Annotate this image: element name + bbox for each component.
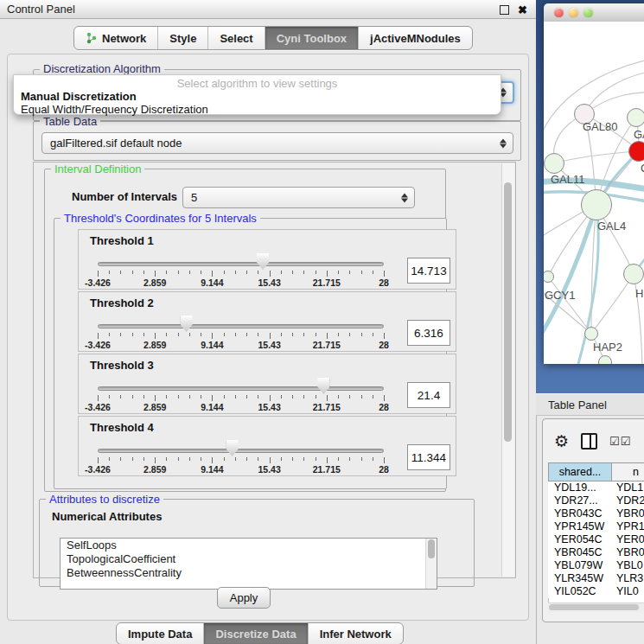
list-vertical-scrollbar[interactable]	[425, 539, 437, 589]
table-data-combobox[interactable]: galFiltered.sif default node	[41, 132, 513, 154]
shared-name-cell: YLR345W	[548, 572, 611, 585]
column-header-shared-name[interactable]: shared...	[548, 462, 612, 481]
column-header-name[interactable]: n	[611, 462, 644, 481]
table-row[interactable]: YLR345WYLR3	[548, 572, 644, 585]
scale-tick-label: 15.43	[258, 277, 280, 288]
columns-icon[interactable]	[581, 433, 597, 450]
threshold-slider-track[interactable]	[98, 262, 384, 266]
tab-impute-data[interactable]: Impute Data	[117, 623, 204, 644]
algorithm-option-manual[interactable]: Manual Discretization	[14, 90, 501, 103]
table-panel-title: Table Panel	[548, 399, 607, 411]
minimize-traffic-light-icon[interactable]	[569, 8, 578, 17]
shared-name-cell: YBL079W	[548, 559, 611, 572]
threshold-slider-thumb[interactable]	[257, 253, 269, 270]
apply-button[interactable]: Apply	[217, 587, 271, 609]
name-cell: YDL1	[611, 481, 644, 494]
settings-scrollview: Interval Definition Number of Intervals …	[33, 162, 516, 578]
table-row[interactable]: YDL19...YDL1	[548, 481, 644, 494]
attribute-list-item[interactable]: TopologicalCoefficient	[61, 552, 437, 566]
algorithm-dropdown-popup: Select algorithm to view settings Manual…	[13, 74, 501, 115]
network-node-h[interactable]	[623, 264, 644, 284]
tab-style[interactable]: Style	[158, 27, 208, 49]
table-row[interactable]: YBR045CYBR0	[548, 546, 644, 559]
numerical-attributes-list[interactable]: SelfLoopsTopologicalCoefficientBetweenne…	[60, 538, 437, 590]
numerical-attributes-label: Numerical Attributes	[52, 510, 162, 523]
network-node-ga[interactable]	[627, 108, 644, 127]
control-panel-titlebar: Control Panel ✖	[0, 0, 536, 19]
number-of-intervals-combobox[interactable]: 5	[182, 187, 415, 208]
threshold-panel-1: Threshold 1-3.4262.8599.14415.4321.71528…	[78, 229, 456, 290]
network-node-gal11[interactable]	[544, 153, 564, 174]
table-row[interactable]: YBL079WYBL0	[548, 559, 644, 572]
scrollbar-thumb[interactable]	[428, 539, 435, 558]
attribute-list-item[interactable]: SelfLoops	[61, 539, 437, 552]
network-node[interactable]	[598, 355, 612, 364]
threshold-slider-thumb[interactable]	[317, 378, 329, 394]
shared-name-cell: YDR27...	[548, 494, 611, 507]
tab-discretize-data[interactable]: Discretize Data	[204, 623, 308, 644]
shared-name-cell: YBR043C	[548, 507, 611, 520]
scale-tick-label: -3.426	[85, 340, 111, 350]
algorithm-option-equal-width[interactable]: Equal Width/Frequency Discretization	[14, 103, 501, 116]
network-view-window: GAL80GACGAL11GAL4GCY1HHAP2	[544, 3, 644, 364]
threshold-panel-4: Threshold 4-3.4262.8599.14415.4321.71528…	[78, 416, 456, 476]
scale-tick-label: 9.144	[201, 402, 223, 412]
threshold-slider-thumb[interactable]	[181, 316, 193, 332]
scrollbar-thumb[interactable]	[549, 604, 639, 610]
tab-infer-network[interactable]: Infer Network	[309, 623, 403, 644]
close-icon[interactable]: ✖	[518, 4, 527, 16]
scale-tick-label: 9.144	[201, 340, 223, 350]
tab-cyni-toolbox[interactable]: Cyni Toolbox	[265, 27, 359, 49]
settings-vertical-scrollbar[interactable]	[501, 163, 514, 577]
network-canvas[interactable]: GAL80GACGAL11GAL4GCY1HHAP2	[544, 22, 644, 364]
network-node-c[interactable]	[628, 141, 644, 162]
node-label: C	[641, 162, 644, 175]
node-label: H	[635, 287, 643, 300]
close-traffic-light-icon[interactable]	[554, 8, 564, 17]
table-row[interactable]: YIL052CYIL0	[548, 585, 644, 598]
shared-name-cell: YPR145W	[548, 520, 611, 533]
scale-tick-label: 15.43	[258, 464, 280, 475]
threshold-label: Threshold 4	[90, 421, 154, 434]
zoom-traffic-light-icon[interactable]	[583, 8, 593, 17]
name-cell: YBR0	[611, 507, 644, 520]
network-icon	[86, 32, 98, 44]
scale-tick-label: 9.144	[201, 464, 223, 475]
name-cell: YBL0	[611, 559, 644, 572]
float-window-icon[interactable]	[500, 5, 509, 15]
scrollbar-thumb[interactable]	[504, 182, 512, 442]
select-columns-checkboxes-icon[interactable]: ☑☑	[609, 436, 631, 447]
threshold-value-field[interactable]: 14.713	[407, 258, 450, 284]
interval-definition-title: Interval Definition	[51, 163, 144, 175]
tab-label: Network	[102, 32, 146, 45]
table-row[interactable]: YER054CYER0	[548, 533, 644, 546]
tab-select[interactable]: Select	[208, 27, 265, 49]
algorithm-popup-hint: Select algorithm to view settings	[14, 75, 501, 90]
table-row[interactable]: YDR27...YDR2	[548, 494, 644, 507]
network-node-hap2[interactable]	[584, 327, 598, 341]
table-row[interactable]: YBR043CYBR0	[548, 507, 644, 520]
combo-arrows-icon	[401, 193, 408, 202]
table-horizontal-scrollbar[interactable]	[548, 603, 644, 612]
table-row[interactable]: YPR145WYPR1	[548, 520, 644, 533]
attribute-list-item[interactable]: BetweennessCentrality	[61, 566, 437, 580]
number-of-intervals-value: 5	[191, 191, 197, 204]
tab-network[interactable]: Network	[74, 27, 158, 49]
threshold-panel-2: Threshold 2-3.4262.8599.14415.4321.71528…	[78, 291, 456, 352]
scale-tick-label: 28	[379, 464, 389, 475]
tab-label: Infer Network	[320, 628, 392, 641]
tab-label: Select	[220, 32, 252, 45]
threshold-slider-track[interactable]	[98, 449, 384, 453]
tab-jactivemnodules[interactable]: jActiveMNodules	[359, 27, 472, 49]
threshold-value-field[interactable]: 11.344	[407, 444, 450, 470]
node-label: GA	[634, 128, 644, 141]
threshold-slider-track[interactable]	[98, 386, 384, 391]
gear-icon[interactable]: ⚙	[554, 433, 569, 450]
threshold-slider-track[interactable]	[98, 324, 384, 328]
threshold-slider-thumb[interactable]	[226, 440, 239, 456]
threshold-value-field[interactable]: 21.4	[407, 382, 450, 408]
scale-tick-label: 2.859	[143, 277, 166, 288]
threshold-value-field[interactable]: 6.316	[407, 320, 450, 346]
number-of-intervals-label: Number of Intervals	[72, 190, 177, 203]
network-node-gal4[interactable]	[581, 189, 612, 220]
